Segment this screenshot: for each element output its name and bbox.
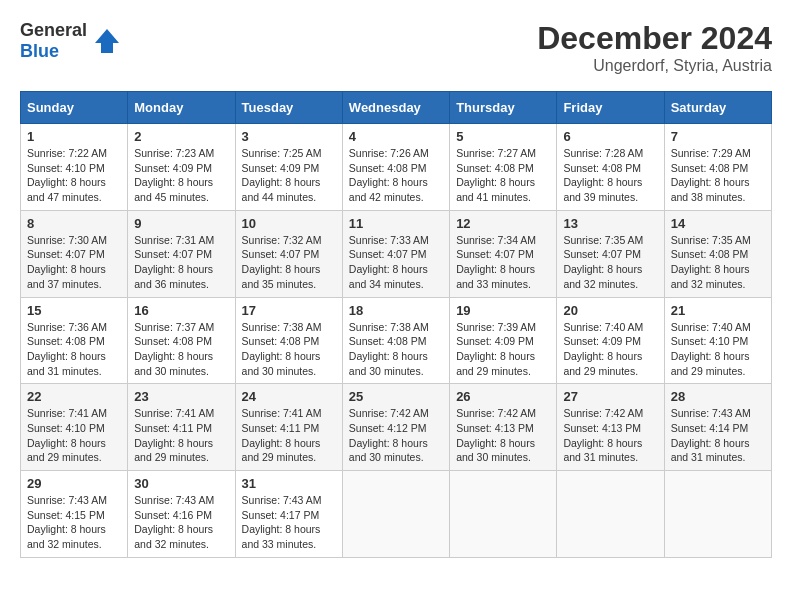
logo-general: General	[20, 20, 87, 40]
day-number: 16	[134, 303, 228, 318]
day-number: 29	[27, 476, 121, 491]
day-info: Sunrise: 7:35 AMSunset: 4:08 PMDaylight:…	[671, 234, 751, 290]
table-row: 16 Sunrise: 7:37 AMSunset: 4:08 PMDaylig…	[128, 297, 235, 384]
day-info: Sunrise: 7:39 AMSunset: 4:09 PMDaylight:…	[456, 321, 536, 377]
day-info: Sunrise: 7:43 AMSunset: 4:14 PMDaylight:…	[671, 407, 751, 463]
day-info: Sunrise: 7:42 AMSunset: 4:13 PMDaylight:…	[456, 407, 536, 463]
calendar-week-row: 8 Sunrise: 7:30 AMSunset: 4:07 PMDayligh…	[21, 210, 772, 297]
col-saturday: Saturday	[664, 92, 771, 124]
day-info: Sunrise: 7:31 AMSunset: 4:07 PMDaylight:…	[134, 234, 214, 290]
day-info: Sunrise: 7:30 AMSunset: 4:07 PMDaylight:…	[27, 234, 107, 290]
day-number: 28	[671, 389, 765, 404]
table-row: 3 Sunrise: 7:25 AMSunset: 4:09 PMDayligh…	[235, 124, 342, 211]
calendar-table: Sunday Monday Tuesday Wednesday Thursday…	[20, 91, 772, 558]
table-row	[664, 471, 771, 558]
day-info: Sunrise: 7:42 AMSunset: 4:12 PMDaylight:…	[349, 407, 429, 463]
table-row: 30 Sunrise: 7:43 AMSunset: 4:16 PMDaylig…	[128, 471, 235, 558]
day-info: Sunrise: 7:26 AMSunset: 4:08 PMDaylight:…	[349, 147, 429, 203]
day-number: 10	[242, 216, 336, 231]
day-info: Sunrise: 7:41 AMSunset: 4:11 PMDaylight:…	[134, 407, 214, 463]
table-row: 29 Sunrise: 7:43 AMSunset: 4:15 PMDaylig…	[21, 471, 128, 558]
calendar-week-row: 15 Sunrise: 7:36 AMSunset: 4:08 PMDaylig…	[21, 297, 772, 384]
table-row: 23 Sunrise: 7:41 AMSunset: 4:11 PMDaylig…	[128, 384, 235, 471]
svg-marker-0	[95, 29, 119, 53]
col-sunday: Sunday	[21, 92, 128, 124]
calendar-week-row: 29 Sunrise: 7:43 AMSunset: 4:15 PMDaylig…	[21, 471, 772, 558]
page-header: General Blue December 2024 Ungerdorf, St…	[20, 20, 772, 75]
table-row: 9 Sunrise: 7:31 AMSunset: 4:07 PMDayligh…	[128, 210, 235, 297]
logo-icon	[91, 25, 123, 57]
day-number: 1	[27, 129, 121, 144]
table-row: 17 Sunrise: 7:38 AMSunset: 4:08 PMDaylig…	[235, 297, 342, 384]
day-number: 15	[27, 303, 121, 318]
table-row: 18 Sunrise: 7:38 AMSunset: 4:08 PMDaylig…	[342, 297, 449, 384]
col-tuesday: Tuesday	[235, 92, 342, 124]
day-info: Sunrise: 7:43 AMSunset: 4:15 PMDaylight:…	[27, 494, 107, 550]
table-row: 1 Sunrise: 7:22 AMSunset: 4:10 PMDayligh…	[21, 124, 128, 211]
day-number: 24	[242, 389, 336, 404]
table-row: 14 Sunrise: 7:35 AMSunset: 4:08 PMDaylig…	[664, 210, 771, 297]
table-row: 28 Sunrise: 7:43 AMSunset: 4:14 PMDaylig…	[664, 384, 771, 471]
day-info: Sunrise: 7:36 AMSunset: 4:08 PMDaylight:…	[27, 321, 107, 377]
day-number: 18	[349, 303, 443, 318]
day-number: 20	[563, 303, 657, 318]
table-row	[342, 471, 449, 558]
day-number: 22	[27, 389, 121, 404]
day-number: 31	[242, 476, 336, 491]
table-row: 4 Sunrise: 7:26 AMSunset: 4:08 PMDayligh…	[342, 124, 449, 211]
day-info: Sunrise: 7:29 AMSunset: 4:08 PMDaylight:…	[671, 147, 751, 203]
table-row: 19 Sunrise: 7:39 AMSunset: 4:09 PMDaylig…	[450, 297, 557, 384]
day-number: 30	[134, 476, 228, 491]
col-thursday: Thursday	[450, 92, 557, 124]
table-row: 10 Sunrise: 7:32 AMSunset: 4:07 PMDaylig…	[235, 210, 342, 297]
day-info: Sunrise: 7:34 AMSunset: 4:07 PMDaylight:…	[456, 234, 536, 290]
day-info: Sunrise: 7:38 AMSunset: 4:08 PMDaylight:…	[349, 321, 429, 377]
logo: General Blue	[20, 20, 123, 62]
calendar-week-row: 1 Sunrise: 7:22 AMSunset: 4:10 PMDayligh…	[21, 124, 772, 211]
location: Ungerdorf, Styria, Austria	[537, 57, 772, 75]
day-number: 17	[242, 303, 336, 318]
col-wednesday: Wednesday	[342, 92, 449, 124]
day-info: Sunrise: 7:42 AMSunset: 4:13 PMDaylight:…	[563, 407, 643, 463]
title-section: December 2024 Ungerdorf, Styria, Austria	[537, 20, 772, 75]
day-info: Sunrise: 7:40 AMSunset: 4:10 PMDaylight:…	[671, 321, 751, 377]
day-info: Sunrise: 7:41 AMSunset: 4:11 PMDaylight:…	[242, 407, 322, 463]
day-number: 27	[563, 389, 657, 404]
day-number: 3	[242, 129, 336, 144]
table-row: 2 Sunrise: 7:23 AMSunset: 4:09 PMDayligh…	[128, 124, 235, 211]
day-info: Sunrise: 7:41 AMSunset: 4:10 PMDaylight:…	[27, 407, 107, 463]
day-info: Sunrise: 7:22 AMSunset: 4:10 PMDaylight:…	[27, 147, 107, 203]
day-number: 14	[671, 216, 765, 231]
table-row: 25 Sunrise: 7:42 AMSunset: 4:12 PMDaylig…	[342, 384, 449, 471]
table-row: 24 Sunrise: 7:41 AMSunset: 4:11 PMDaylig…	[235, 384, 342, 471]
table-row: 21 Sunrise: 7:40 AMSunset: 4:10 PMDaylig…	[664, 297, 771, 384]
day-number: 11	[349, 216, 443, 231]
day-info: Sunrise: 7:28 AMSunset: 4:08 PMDaylight:…	[563, 147, 643, 203]
table-row: 5 Sunrise: 7:27 AMSunset: 4:08 PMDayligh…	[450, 124, 557, 211]
day-number: 7	[671, 129, 765, 144]
table-row: 31 Sunrise: 7:43 AMSunset: 4:17 PMDaylig…	[235, 471, 342, 558]
day-info: Sunrise: 7:37 AMSunset: 4:08 PMDaylight:…	[134, 321, 214, 377]
calendar-header-row: Sunday Monday Tuesday Wednesday Thursday…	[21, 92, 772, 124]
day-number: 25	[349, 389, 443, 404]
day-info: Sunrise: 7:25 AMSunset: 4:09 PMDaylight:…	[242, 147, 322, 203]
table-row: 13 Sunrise: 7:35 AMSunset: 4:07 PMDaylig…	[557, 210, 664, 297]
day-number: 6	[563, 129, 657, 144]
day-number: 23	[134, 389, 228, 404]
day-info: Sunrise: 7:27 AMSunset: 4:08 PMDaylight:…	[456, 147, 536, 203]
table-row: 11 Sunrise: 7:33 AMSunset: 4:07 PMDaylig…	[342, 210, 449, 297]
day-info: Sunrise: 7:35 AMSunset: 4:07 PMDaylight:…	[563, 234, 643, 290]
table-row: 6 Sunrise: 7:28 AMSunset: 4:08 PMDayligh…	[557, 124, 664, 211]
table-row: 7 Sunrise: 7:29 AMSunset: 4:08 PMDayligh…	[664, 124, 771, 211]
table-row	[450, 471, 557, 558]
day-number: 19	[456, 303, 550, 318]
day-number: 4	[349, 129, 443, 144]
table-row	[557, 471, 664, 558]
day-info: Sunrise: 7:38 AMSunset: 4:08 PMDaylight:…	[242, 321, 322, 377]
table-row: 15 Sunrise: 7:36 AMSunset: 4:08 PMDaylig…	[21, 297, 128, 384]
month-year: December 2024	[537, 20, 772, 57]
table-row: 8 Sunrise: 7:30 AMSunset: 4:07 PMDayligh…	[21, 210, 128, 297]
table-row: 27 Sunrise: 7:42 AMSunset: 4:13 PMDaylig…	[557, 384, 664, 471]
day-info: Sunrise: 7:32 AMSunset: 4:07 PMDaylight:…	[242, 234, 322, 290]
day-number: 13	[563, 216, 657, 231]
